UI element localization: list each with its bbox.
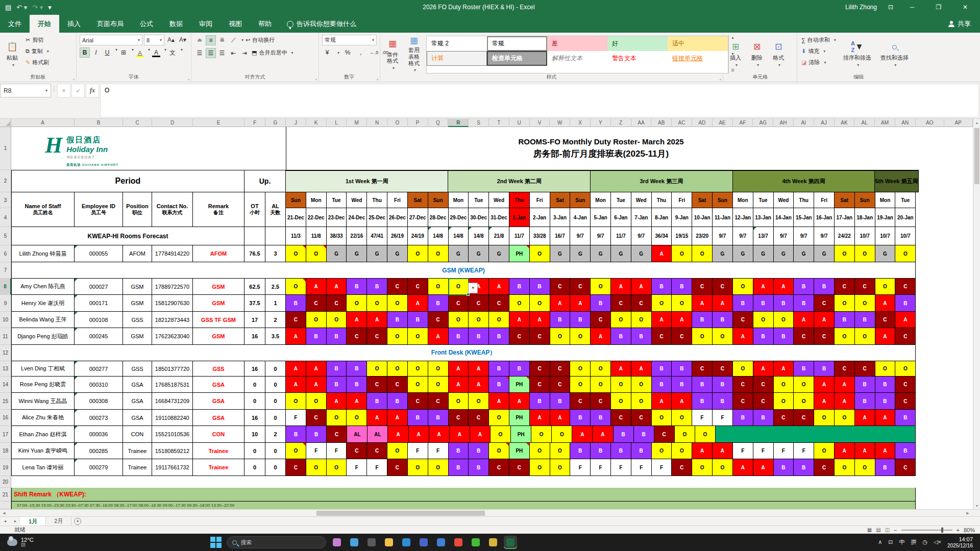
edge-icon[interactable] [400,536,413,549]
shift-cell[interactable]: O [530,459,550,476]
shift-cell[interactable]: B [306,426,327,443]
zoom-out-icon[interactable]: − [894,527,897,533]
info-header-position[interactable]: Position职位 [123,192,152,227]
align-middle-icon[interactable]: ≡ [206,35,216,45]
date-cell[interactable]: 9-Jan [672,208,692,227]
remark-cell[interactable]: GSM [193,295,244,312]
shift-cell[interactable]: O [387,361,408,377]
row-header-5[interactable]: 5 [0,227,11,245]
shift-cell[interactable]: O [692,328,713,345]
shift-cell[interactable]: G [367,245,387,262]
shift-cell[interactable]: C [835,279,855,295]
column-header-B[interactable]: B [75,119,123,127]
row-header-17[interactable]: 17 [0,426,11,443]
day-name-cell[interactable]: Thu [794,192,814,208]
period-header[interactable]: Period [11,170,244,192]
ot-cell[interactable]: 62.5 [244,279,265,295]
employee-id-cell[interactable]: 000310 [75,377,123,393]
shift-cell[interactable]: O [408,245,428,262]
employee-id-cell[interactable]: 000277 [75,361,123,377]
shift-cell[interactable]: O [408,377,428,393]
shift-cell[interactable]: C [733,393,753,410]
shift-cell[interactable]: B [631,328,652,345]
shift-cell[interactable]: O [327,312,347,328]
day-name-cell[interactable]: Tue [753,192,774,208]
shift-cell[interactable]: O [875,279,896,295]
shift-cell[interactable]: B [449,328,469,345]
shift-cell[interactable]: O [835,328,855,345]
row-header-1[interactable]: 1 [0,127,11,170]
forecast-cell[interactable]: 9/7 [713,227,733,245]
day-name-cell[interactable]: Wed [774,192,794,208]
shift-cell[interactable]: O [489,312,509,328]
shift-cell[interactable]: G [753,245,774,262]
store-icon[interactable] [434,536,448,549]
shift-cell[interactable]: B [327,328,347,345]
shift-cell[interactable]: C [347,443,367,459]
shift-cell[interactable]: G [347,245,367,262]
shift-cell[interactable]: O [550,443,571,459]
day-name-cell[interactable]: Sun [855,192,875,208]
shift-cell[interactable]: O [530,295,550,312]
shift-cell[interactable]: A [387,410,408,426]
shift-cell[interactable]: A [814,393,835,410]
shift-cell[interactable]: B [672,279,692,295]
shift-cell[interactable]: O [774,393,794,410]
column-header-P[interactable]: P [408,119,428,127]
shift-cell[interactable]: G [814,245,835,262]
column-header-AF[interactable]: AF [733,119,753,127]
chrome-icon[interactable] [452,536,465,549]
shift-cell[interactable]: F [347,459,367,476]
row-header-20[interactable]: 20 [0,476,11,488]
shift-cell[interactable]: O [713,328,733,345]
forecast-cell[interactable]: 13/7 [753,227,774,245]
shift-cell[interactable]: O [306,312,327,328]
shift-cell[interactable]: C [306,295,327,312]
contact-cell[interactable]: 15180859212 [152,443,193,459]
forecast-cell[interactable]: 14/8 [469,227,489,245]
shift-cell[interactable]: A [631,279,652,295]
shift-cell[interactable]: A [550,410,571,426]
name-box[interactable]: R8▾ [0,84,51,97]
shift-cell[interactable]: B [692,393,713,410]
shift-cell[interactable]: B [895,295,916,312]
shift-cell[interactable]: B [794,279,814,295]
ot-cell[interactable]: 16 [244,361,265,377]
ot-cell[interactable]: 37.5 [244,295,265,312]
ime-indicator[interactable]: 拼 [911,538,916,546]
shift-cell[interactable]: C [713,279,733,295]
day-name-cell[interactable]: Sat [835,192,855,208]
ot-cell[interactable]: 0 [244,459,265,476]
remark-cell[interactable]: GSM [193,279,244,295]
align-top-icon[interactable]: ≐ [194,35,205,45]
shift-cell[interactable]: B [591,295,611,312]
forecast-cell[interactable]: 9/7 [774,227,794,245]
shift-cell[interactable]: C [387,459,408,476]
new-sheet-button[interactable]: + [71,517,84,525]
shift-cell[interactable]: C [489,459,509,476]
copy-button[interactable]: ⧉复制▾ [24,46,50,57]
taskbar-clock[interactable]: 14:07 2025/12/16 [947,536,973,548]
date-cell[interactable]: 12-Jan [733,208,753,227]
shift-cell[interactable]: O [814,443,835,459]
date-cell[interactable]: 15-Jan [794,208,814,227]
clear-button[interactable]: ◪清除▾ [800,57,837,68]
shift-cell[interactable]: A [367,312,387,328]
autosum-button[interactable]: ∑自动求和▾ [800,35,837,45]
shift-cell[interactable]: A [753,459,774,476]
shift-cell[interactable]: B [875,377,896,393]
shift-cell[interactable]: F [733,443,753,459]
day-name-cell[interactable]: Mon [591,192,611,208]
forecast-cell[interactable]: 23/20 [692,227,713,245]
row-header-4[interactable]: 4 [0,208,11,227]
fill-button[interactable]: ⬇填充▾ [800,46,837,57]
shift-cell[interactable] [795,426,815,443]
forecast-cell[interactable]: 10/7 [855,227,875,245]
shift-cell[interactable]: B [489,377,509,393]
contact-cell[interactable]: 19110882240 [152,410,193,426]
menu-tab-数据[interactable]: 数据 [161,15,191,33]
shift-cell[interactable]: C [550,279,571,295]
shift-cell[interactable]: F [774,443,794,459]
shift-cell[interactable] [875,426,895,443]
shift-cell[interactable]: PH [509,410,530,426]
